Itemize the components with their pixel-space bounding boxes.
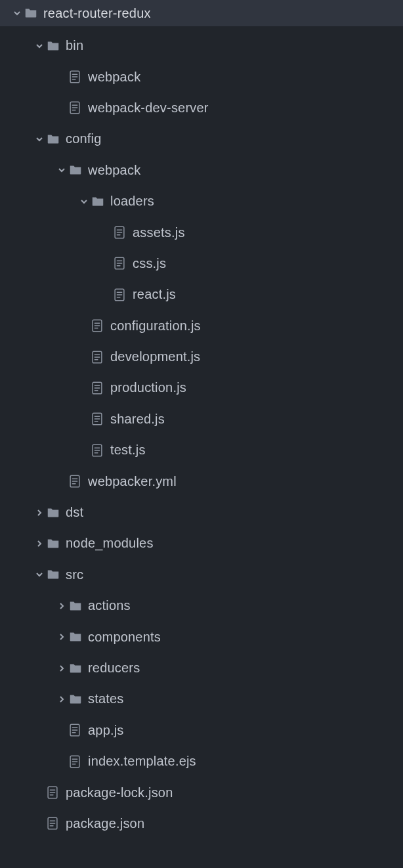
folder-icon bbox=[91, 194, 110, 209]
chevron-down-icon bbox=[11, 9, 24, 17]
folder-icon bbox=[24, 6, 43, 20]
item-label: css.js bbox=[133, 256, 166, 271]
file-icon bbox=[68, 474, 88, 488]
folder-icon bbox=[46, 567, 66, 582]
item-label: components bbox=[88, 630, 161, 645]
item-label: package.json bbox=[66, 816, 144, 831]
file-icon bbox=[91, 318, 110, 333]
item-label: webpack-dev-server bbox=[88, 100, 209, 116]
folder-row[interactable]: actions bbox=[0, 590, 403, 621]
item-label: shared.js bbox=[110, 412, 165, 427]
folder-row[interactable]: node_modules bbox=[0, 528, 403, 559]
item-label: test.js bbox=[110, 443, 146, 458]
folder-row[interactable]: webpack bbox=[0, 155, 403, 186]
folder-icon bbox=[68, 630, 88, 644]
item-label: index.template.ejs bbox=[88, 754, 196, 769]
item-label: webpacker.yml bbox=[88, 474, 177, 489]
chevron-down-icon[interactable] bbox=[33, 135, 46, 143]
item-label: development.js bbox=[110, 349, 200, 364]
folder-row[interactable]: states bbox=[0, 684, 403, 714]
folder-row[interactable]: reducers bbox=[0, 653, 403, 684]
chevron-right-icon[interactable] bbox=[55, 602, 68, 610]
chevron-down-icon[interactable] bbox=[55, 166, 68, 174]
file-row[interactable]: react.js bbox=[0, 279, 403, 310]
file-icon bbox=[91, 350, 110, 364]
chevron-right-icon[interactable] bbox=[33, 509, 46, 517]
file-icon bbox=[91, 443, 110, 458]
file-row[interactable]: configuration.js bbox=[0, 311, 403, 341]
item-label: src bbox=[66, 567, 83, 582]
folder-row[interactable]: components bbox=[0, 621, 403, 652]
tree-root[interactable]: react-router-redux bbox=[0, 0, 403, 26]
item-label: actions bbox=[88, 598, 131, 613]
folder-icon bbox=[46, 536, 66, 551]
chevron-down-icon[interactable] bbox=[33, 42, 46, 50]
file-row[interactable]: index.template.ejs bbox=[0, 746, 403, 777]
item-label: react.js bbox=[133, 287, 176, 302]
file-row[interactable]: webpack-dev-server bbox=[0, 93, 403, 123]
file-row[interactable]: webpack bbox=[0, 61, 403, 92]
item-label: webpack bbox=[88, 70, 140, 85]
item-label: production.js bbox=[110, 380, 186, 395]
file-icon bbox=[68, 723, 88, 737]
folder-row[interactable]: config bbox=[0, 123, 403, 154]
file-row[interactable]: package-lock.json bbox=[0, 777, 403, 808]
file-row[interactable]: webpacker.yml bbox=[0, 466, 403, 496]
item-label: dst bbox=[66, 505, 83, 520]
folder-icon bbox=[68, 692, 88, 706]
file-row[interactable]: package.json bbox=[0, 808, 403, 839]
file-row[interactable]: css.js bbox=[0, 248, 403, 279]
folder-row[interactable]: loaders bbox=[0, 186, 403, 217]
chevron-down-icon[interactable] bbox=[77, 198, 91, 206]
item-label: assets.js bbox=[133, 225, 185, 240]
file-tree: binwebpackwebpack-dev-serverconfigwebpac… bbox=[0, 26, 403, 839]
file-row[interactable]: production.js bbox=[0, 372, 403, 403]
file-row[interactable]: app.js bbox=[0, 715, 403, 746]
file-icon bbox=[46, 785, 66, 800]
item-label: bin bbox=[66, 38, 83, 53]
item-label: configuration.js bbox=[110, 318, 201, 334]
root-label: react-router-redux bbox=[43, 6, 151, 21]
file-icon bbox=[113, 256, 133, 271]
folder-icon bbox=[46, 132, 66, 146]
file-row[interactable]: test.js bbox=[0, 435, 403, 466]
folder-row[interactable]: src bbox=[0, 559, 403, 590]
item-label: states bbox=[88, 691, 124, 706]
file-icon bbox=[91, 412, 110, 426]
item-label: package-lock.json bbox=[66, 785, 173, 800]
chevron-right-icon[interactable] bbox=[55, 633, 68, 641]
file-row[interactable]: development.js bbox=[0, 341, 403, 372]
item-label: webpack bbox=[88, 163, 140, 178]
folder-row[interactable]: dst bbox=[0, 497, 403, 528]
file-icon bbox=[91, 381, 110, 395]
item-label: config bbox=[66, 131, 102, 146]
file-icon bbox=[113, 225, 133, 240]
item-label: app.js bbox=[88, 723, 124, 738]
folder-icon bbox=[46, 39, 66, 53]
file-icon bbox=[68, 754, 88, 769]
folder-icon bbox=[68, 163, 88, 177]
chevron-right-icon[interactable] bbox=[55, 664, 68, 672]
folder-icon bbox=[68, 661, 88, 676]
chevron-down-icon[interactable] bbox=[33, 571, 46, 578]
folder-row[interactable]: bin bbox=[0, 30, 403, 61]
file-icon bbox=[46, 816, 66, 831]
file-icon bbox=[68, 100, 88, 115]
file-icon bbox=[68, 70, 88, 84]
chevron-right-icon[interactable] bbox=[33, 540, 46, 548]
item-label: node_modules bbox=[66, 536, 154, 551]
item-label: reducers bbox=[88, 661, 140, 676]
file-icon bbox=[113, 288, 133, 302]
item-label: loaders bbox=[110, 194, 154, 209]
file-row[interactable]: assets.js bbox=[0, 217, 403, 248]
folder-icon bbox=[46, 506, 66, 520]
chevron-right-icon[interactable] bbox=[55, 695, 68, 703]
folder-icon bbox=[68, 599, 88, 613]
file-row[interactable]: shared.js bbox=[0, 404, 403, 435]
